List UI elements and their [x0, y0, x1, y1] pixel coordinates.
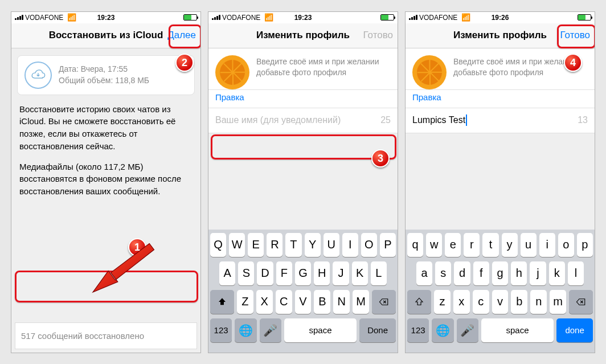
- key-n[interactable]: N: [333, 290, 350, 314]
- key-d[interactable]: D: [454, 261, 470, 285]
- mic-key[interactable]: 🎤: [260, 318, 281, 342]
- key-v[interactable]: V: [295, 290, 312, 314]
- key-u[interactable]: U: [521, 233, 537, 257]
- key-r[interactable]: R: [267, 233, 282, 257]
- key-row-1: QWERTYUIOP: [407, 233, 593, 257]
- key-n[interactable]: N: [530, 290, 547, 314]
- space-key[interactable]: space: [284, 318, 357, 342]
- key-a[interactable]: A: [416, 261, 432, 285]
- key-z[interactable]: Z: [237, 290, 253, 314]
- char-count: 25: [380, 115, 391, 125]
- key-q[interactable]: Q: [210, 233, 226, 257]
- key-v[interactable]: V: [492, 290, 509, 314]
- key-w[interactable]: W: [426, 233, 442, 257]
- key-m[interactable]: M: [550, 290, 566, 314]
- keyboard[interactable]: QWERTYUIOP ASDFGHJKL ZXCVBNM 123 🌐 🎤 spa…: [406, 230, 595, 353]
- shift-key[interactable]: [407, 290, 431, 314]
- key-w[interactable]: W: [229, 233, 245, 257]
- key-g[interactable]: G: [295, 261, 311, 285]
- shift-key[interactable]: [210, 290, 234, 314]
- backspace-key[interactable]: [372, 290, 396, 314]
- key-c[interactable]: C: [473, 290, 489, 314]
- globe-key[interactable]: 🌐: [235, 318, 256, 342]
- key-row-3: ZXCVBNM: [210, 290, 396, 314]
- description-paragraph-1: Восстановите историю своих чатов из iClo…: [19, 103, 193, 153]
- key-o[interactable]: O: [361, 233, 377, 257]
- key-q[interactable]: Q: [407, 233, 423, 257]
- screen-edit-profile-empty: VODAFONE 📶 19:23 Изменить профиль Готово…: [208, 11, 398, 353]
- key-b[interactable]: B: [511, 290, 527, 314]
- key-y[interactable]: Y: [305, 233, 321, 257]
- key-s[interactable]: S: [238, 261, 254, 285]
- key-j[interactable]: J: [333, 261, 349, 285]
- key-f[interactable]: F: [473, 261, 489, 285]
- key-row-2: ASDFGHJKL: [407, 261, 593, 285]
- key-x[interactable]: X: [256, 290, 273, 314]
- page-title: Изменить профиль: [256, 30, 350, 41]
- key-c[interactable]: C: [276, 290, 292, 314]
- key-y[interactable]: Y: [502, 233, 518, 257]
- key-u[interactable]: U: [324, 233, 339, 257]
- name-input[interactable]: [215, 115, 376, 125]
- space-key[interactable]: space: [481, 318, 554, 342]
- key-f[interactable]: F: [276, 261, 292, 285]
- name-field-row[interactable]: Lumpics Test 13: [406, 108, 595, 133]
- key-o[interactable]: O: [558, 233, 574, 257]
- key-m[interactable]: M: [353, 290, 369, 314]
- content: Дата: Вчера, 17:55 Общий объём: 118,8 МБ…: [11, 48, 200, 353]
- key-k[interactable]: K: [549, 261, 565, 285]
- key-x[interactable]: X: [453, 290, 470, 314]
- status-bar: VODAFONE 📶 19:26: [406, 12, 595, 23]
- screen-restore-icloud: VODAFONE 📶 19:23 Восстановить из iCloud …: [11, 11, 201, 353]
- key-row-3-letters: ZXCVBNM: [434, 290, 566, 314]
- backup-size: Общий объём: 118,8 МБ: [59, 75, 149, 87]
- key-row-3-letters: ZXCVBNM: [237, 290, 369, 314]
- key-l[interactable]: L: [568, 261, 584, 285]
- edit-link[interactable]: Правка: [406, 90, 595, 108]
- key-k[interactable]: K: [352, 261, 368, 285]
- key-j[interactable]: J: [530, 261, 546, 285]
- backup-infobox: Дата: Вчера, 17:55 Общий объём: 118,8 МБ: [17, 55, 195, 95]
- done-key[interactable]: Done: [359, 318, 396, 342]
- battery-icon: [578, 14, 591, 21]
- key-i[interactable]: I: [342, 233, 358, 257]
- name-field-row[interactable]: 25: [208, 108, 398, 133]
- key-e[interactable]: E: [445, 233, 461, 257]
- status-bar: VODAFONE 📶 19:23: [11, 12, 200, 23]
- key-z[interactable]: Z: [434, 290, 451, 314]
- done-key[interactable]: Done: [556, 318, 593, 342]
- key-h[interactable]: H: [314, 261, 330, 285]
- key-r[interactable]: R: [464, 233, 480, 257]
- key-p[interactable]: P: [380, 233, 396, 257]
- key-row-4: 123 🌐 🎤 space Done: [407, 318, 593, 342]
- done-button[interactable]: Готово: [363, 30, 394, 41]
- numbers-key[interactable]: 123: [407, 318, 429, 342]
- done-button[interactable]: Готово: [560, 30, 591, 41]
- key-s[interactable]: S: [435, 261, 451, 285]
- key-t[interactable]: T: [482, 233, 498, 257]
- avatar[interactable]: [412, 55, 447, 89]
- backup-date: Дата: Вчера, 17:55: [59, 64, 149, 75]
- key-a[interactable]: A: [219, 261, 235, 285]
- key-row-4: 123 🌐 🎤 space Done: [210, 318, 396, 342]
- edit-link[interactable]: Правка: [208, 90, 398, 108]
- backspace-key[interactable]: [569, 290, 593, 314]
- keyboard[interactable]: QWERTYUIOP ASDFGHJKL ZXCVBNM 123 🌐 🎤 spa…: [208, 230, 398, 353]
- key-i[interactable]: I: [539, 233, 555, 257]
- key-e[interactable]: E: [248, 233, 264, 257]
- key-b[interactable]: B: [314, 290, 330, 314]
- navbar: Восстановить из iCloud Далее: [11, 23, 200, 48]
- key-p[interactable]: P: [577, 233, 593, 257]
- globe-key[interactable]: 🌐: [432, 318, 453, 342]
- key-t[interactable]: T: [285, 233, 301, 257]
- content: Введите своё имя и при желании добавьте …: [208, 48, 398, 353]
- key-h[interactable]: H: [511, 261, 527, 285]
- avatar[interactable]: [215, 55, 249, 89]
- key-g[interactable]: G: [492, 261, 508, 285]
- key-l[interactable]: L: [371, 261, 387, 285]
- key-d[interactable]: D: [257, 261, 273, 285]
- next-button[interactable]: Далее: [167, 30, 196, 41]
- name-input-value[interactable]: Lumpics Test: [412, 115, 465, 125]
- mic-key[interactable]: 🎤: [457, 318, 478, 342]
- numbers-key[interactable]: 123: [210, 318, 232, 342]
